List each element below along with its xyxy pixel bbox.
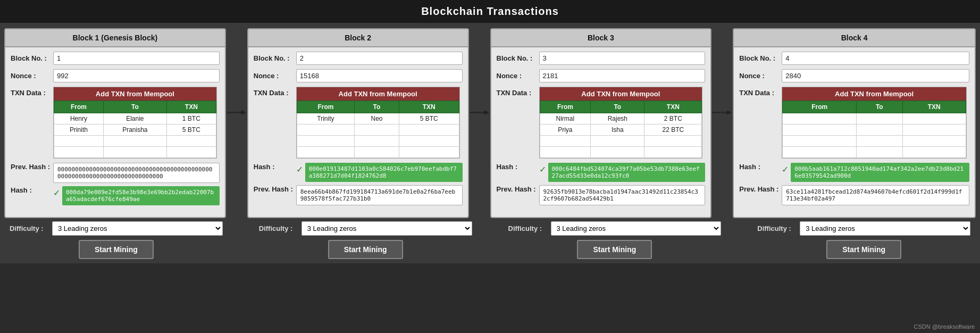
svg-rect-12 (479, 112, 480, 113)
prev-hash-label-2: Prev. Hash : (254, 185, 296, 193)
txn-label-4: TXN Data : (739, 87, 782, 97)
svg-rect-17 (715, 112, 716, 113)
mine-btn-3[interactable]: Start Mining (577, 240, 652, 259)
table-row-empty (783, 147, 966, 158)
nonce-input-1[interactable] (53, 69, 220, 82)
add-txn-btn-4[interactable]: Add TXN from Mempool (782, 87, 966, 101)
prev-hash-value-4: 63ce11a4281fbcead12d874a94607b4efcd601f2… (782, 185, 969, 205)
difficulty-select-3[interactable]: 1 Leading zero2 Leading zeros3 Leading z… (551, 221, 722, 236)
svg-rect-0 (227, 112, 229, 113)
block-no-input-4[interactable] (782, 52, 969, 65)
txn-table-wrapper-2: Add TXN from MempoolFromToTXNTrinityNeo5… (296, 87, 460, 159)
hash-check-icon-4: ✓ (782, 163, 789, 174)
block-card-1: Block 1 (Genesis Block) Block No. : Nonc… (4, 28, 226, 218)
nonce-input-2[interactable] (296, 69, 463, 82)
svg-marker-15 (484, 110, 489, 115)
txn-col-from-2: From (297, 101, 354, 113)
hash-label-4: Hash : (739, 163, 782, 171)
svg-rect-2 (231, 112, 233, 113)
hash-value-1: 000da79e009e2fd58e3b98e3e69bb2b2edab2200… (62, 186, 220, 205)
chain-arrow-2 (469, 28, 490, 218)
table-row: PrinithPranisha5 BTC (54, 124, 216, 136)
mine-btn-4[interactable]: Start Mining (826, 240, 901, 259)
svg-rect-20 (721, 112, 723, 113)
add-txn-btn-3[interactable]: Add TXN from Mempool (540, 87, 702, 101)
table-row-empty (54, 136, 216, 147)
txn-table-wrapper-1: Add TXN from MempoolFromToTXNHenryElanie… (53, 87, 217, 159)
svg-rect-4 (236, 112, 237, 113)
svg-rect-16 (713, 112, 714, 113)
txn-label-2: TXN Data : (254, 87, 296, 97)
block-no-label-4: Block No. : (739, 54, 782, 62)
nonce-input-3[interactable] (539, 69, 706, 82)
svg-rect-11 (476, 112, 478, 113)
txn-col-from-3: From (540, 101, 591, 113)
txn-table-wrapper-3: Add TXN from MempoolFromToTXNNirmalRajes… (539, 87, 703, 159)
block-no-input-1[interactable] (53, 52, 220, 65)
bottom-block-2: Difficulty :1 Leading zero2 Leading zero… (254, 218, 478, 259)
txn-col-from-1: From (54, 101, 104, 113)
prev-hash-label-4: Prev. Hash : (739, 185, 782, 193)
block-card-3: Block 3 Block No. : Nonce : TXN Data :Ad… (490, 28, 712, 218)
nonce-input-4[interactable] (782, 69, 969, 82)
hash-value-2: 000e01913487d1103a0c584026c7eb970eefabdb… (305, 163, 463, 182)
table-row: PriyaIsha22 BTC (540, 124, 702, 136)
table-row-empty (783, 136, 966, 147)
arrow-svg-3 (713, 110, 732, 121)
page-title: Blockchain Transactions (0, 0, 980, 23)
difficulty-select-1[interactable]: 1 Leading zero2 Leading zeros3 Leading z… (52, 221, 223, 236)
table-row-empty (54, 147, 216, 158)
hash-value-3: 000c6484fbd524074ca39f7a05be53db7388e63e… (548, 163, 706, 182)
svg-rect-19 (719, 112, 721, 113)
table-row-empty (540, 136, 702, 147)
block-no-label-2: Block No. : (254, 54, 296, 62)
block-no-input-3[interactable] (539, 52, 706, 65)
prev-hash-value-3: 92635fb9013e78bacba1d1947aac31492d11c238… (539, 185, 706, 205)
txn-table-wrapper-4: Add TXN from MempoolFromToTXN (782, 87, 967, 159)
difficulty-label-3: Difficulty : (508, 224, 551, 232)
svg-rect-6 (240, 112, 241, 113)
mine-btn-1[interactable]: Start Mining (79, 240, 154, 259)
add-txn-btn-2[interactable]: Add TXN from Mempool (297, 87, 459, 101)
difficulty-label-2: Difficulty : (259, 224, 301, 232)
table-row-empty (297, 136, 459, 147)
txn-col-txn-2: TXN (399, 101, 459, 113)
chain-arrow-3 (711, 28, 733, 218)
difficulty-label-4: Difficulty : (757, 224, 800, 232)
hash-check-icon-3: ✓ (539, 163, 546, 174)
chain-arrow-1 (226, 28, 247, 218)
nonce-label-4: Nonce : (739, 72, 782, 80)
table-row-empty (297, 147, 459, 158)
prev-hash-label-1: Prev. Hash : (11, 163, 53, 171)
bottom-block-3: Difficulty :1 Leading zero2 Leading zero… (503, 218, 727, 259)
mine-btn-2[interactable]: Start Mining (328, 240, 403, 259)
bottom-block-1: Difficulty :1 Leading zero2 Leading zero… (4, 218, 228, 259)
txn-col-from-4: From (783, 101, 857, 113)
txn-col-txn-1: TXN (166, 101, 216, 113)
hash-label-1: Hash : (11, 186, 53, 194)
svg-rect-8 (470, 112, 472, 113)
prev-hash-value-1: 0000000000000000000000000000000000000000… (53, 163, 220, 183)
nonce-label-1: Nonce : (11, 72, 53, 80)
svg-marker-23 (727, 110, 732, 115)
block-no-label-1: Block No. : (11, 54, 53, 62)
difficulty-select-4[interactable]: 1 Leading zero2 Leading zeros3 Leading z… (800, 221, 970, 236)
svg-rect-5 (238, 112, 239, 113)
svg-rect-22 (725, 112, 727, 113)
hash-label-2: Hash : (254, 163, 296, 171)
table-row-empty (783, 113, 966, 124)
hash-check-icon-1: ✓ (53, 186, 60, 198)
block-card-4: Block 4 Block No. : Nonce : TXN Data :Ad… (733, 28, 976, 218)
add-txn-btn-1[interactable]: Add TXN from Mempool (54, 87, 216, 101)
svg-rect-14 (483, 112, 484, 113)
block-header-4: Block 4 (734, 29, 975, 47)
txn-col-to-2: To (355, 101, 399, 113)
hash-value-4: 000b5aab161a712c8051940ad174af342a2ee7db… (791, 163, 969, 182)
block-card-2: Block 2 Block No. : Nonce : TXN Data :Ad… (247, 28, 469, 218)
block-header-3: Block 3 (491, 29, 711, 47)
block-no-input-2[interactable] (296, 52, 463, 65)
txn-col-txn-3: TXN (644, 101, 702, 113)
difficulty-select-2[interactable]: 1 Leading zero2 Leading zeros3 Leading z… (301, 221, 472, 236)
txn-col-to-3: To (591, 101, 644, 113)
txn-label-1: TXN Data : (11, 87, 53, 97)
